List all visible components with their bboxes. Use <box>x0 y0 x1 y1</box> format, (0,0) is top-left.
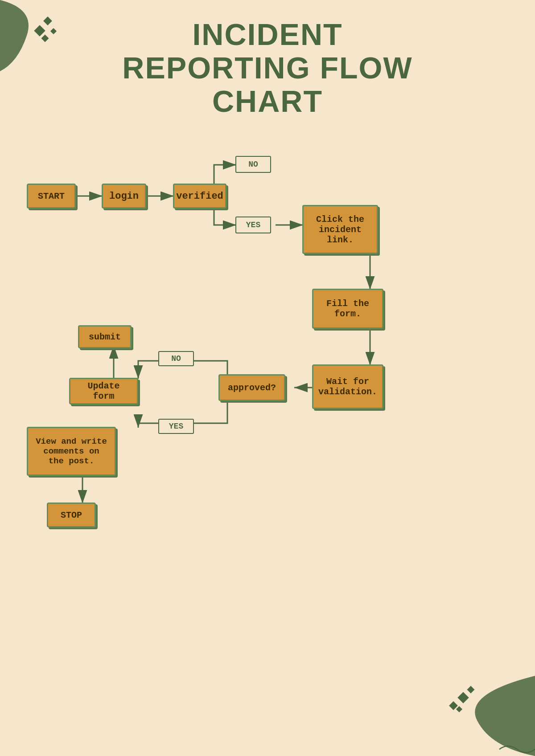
no-label-2: NO <box>158 351 194 366</box>
yes-label-2: YES <box>158 419 194 434</box>
stop-node: STOP <box>47 503 96 527</box>
verified-node: verified <box>173 184 226 208</box>
svg-rect-1 <box>43 16 52 25</box>
wait-validation-node: Wait for validation. <box>312 364 383 409</box>
approved-node: approved? <box>218 374 285 401</box>
svg-rect-2 <box>41 35 49 42</box>
view-comments-node: View and write comments on the post. <box>27 427 116 476</box>
fill-form-node: Fill the form. <box>312 289 383 329</box>
login-node: login <box>102 184 146 208</box>
start-node: START <box>27 184 76 208</box>
page-title: INCIDENT REPORTING FLOW CHART <box>0 0 535 118</box>
svg-rect-0 <box>34 25 45 36</box>
yes-label-1: YES <box>235 217 271 233</box>
no-label-1: NO <box>235 156 271 173</box>
submit-node: submit <box>78 325 132 348</box>
flowchart: START login verified NO YES Click the in… <box>0 151 535 756</box>
svg-rect-3 <box>50 28 57 34</box>
corner-tl-decoration <box>0 0 71 71</box>
update-form-node: Update form <box>69 378 138 405</box>
click-incident-node: Click the incident link. <box>302 205 378 254</box>
